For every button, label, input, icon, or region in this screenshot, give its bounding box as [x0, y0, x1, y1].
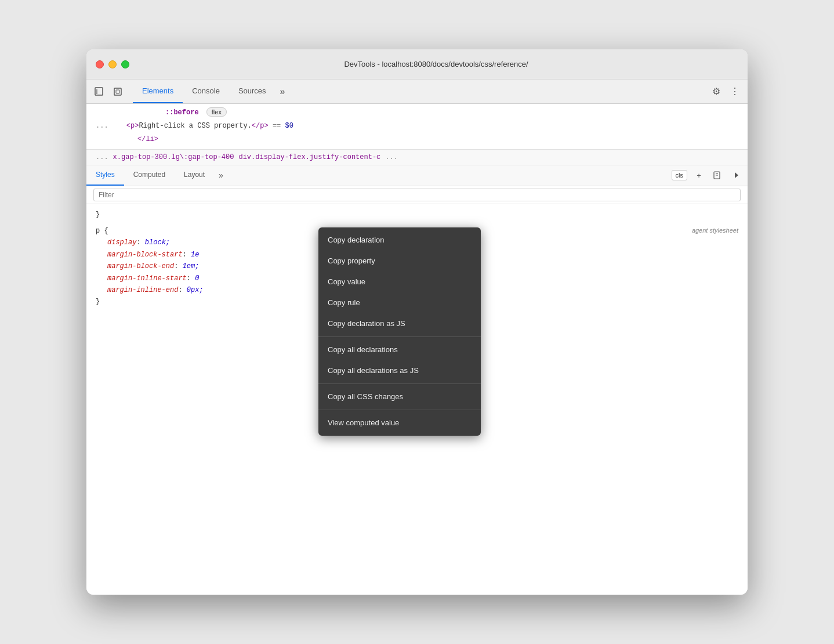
more-tabs-button[interactable]: »: [275, 79, 290, 103]
svg-marker-6: [735, 172, 738, 178]
dom-open-p-tag: <p>: [126, 122, 139, 130]
window-title: DevTools - localhost:8080/docs/devtools/…: [134, 60, 738, 68]
pseudo-before-label: ::before: [165, 108, 199, 117]
flex-badge[interactable]: flex: [206, 107, 227, 117]
close-button[interactable]: [96, 60, 104, 68]
filter-input[interactable]: [93, 189, 741, 201]
dom-li-close-line: </li>: [86, 133, 748, 146]
add-style-button[interactable]: +: [692, 168, 706, 182]
breadcrumb-ellipsis-2: ...: [385, 153, 398, 161]
context-menu-divider-2: [318, 383, 481, 384]
context-menu-item-copy-all-declarations-js[interactable]: Copy all declarations as JS: [318, 360, 481, 381]
cls-button[interactable]: cls: [672, 170, 687, 180]
styles-more-tabs[interactable]: »: [214, 165, 228, 186]
css-selector-p: p {: [96, 227, 108, 235]
layout-button[interactable]: [729, 168, 743, 182]
context-menu-item-copy-value[interactable]: Copy value: [318, 272, 481, 292]
breadcrumb-ellipsis: ...: [96, 153, 108, 161]
titlebar: DevTools - localhost:8080/docs/devtools/…: [86, 49, 748, 79]
css-content-area: } p { agent stylesheet display: block; m…: [86, 204, 748, 595]
devtools-toolbar: Elements Console Sources » ⚙ ⋮: [86, 79, 748, 104]
tab-sources[interactable]: Sources: [229, 79, 275, 103]
css-value-mis: 0: [195, 274, 199, 283]
breadcrumb: ... x.gap-top-300.lg\:gap-top-400 div.di…: [86, 150, 748, 165]
svg-rect-2: [116, 90, 119, 93]
css-value-mie: 0px;: [187, 286, 204, 294]
context-menu-item-copy-declaration[interactable]: Copy declaration: [318, 230, 481, 251]
styles-panel: Styles Computed Layout » cls +: [86, 165, 748, 595]
dom-close-p-tag: </p>: [252, 122, 269, 130]
context-menu-item-copy-rule[interactable]: Copy rule: [318, 292, 481, 313]
css-block-empty: }: [96, 209, 738, 220]
css-property-mbe[interactable]: margin-block-end: [107, 262, 174, 270]
context-menu-item-copy-all-declarations[interactable]: Copy all declarations: [318, 339, 481, 360]
dom-before-line: ::before flex: [86, 106, 748, 120]
css-property-mbs[interactable]: margin-block-start: [107, 251, 183, 259]
devtools-panel: Elements Console Sources » ⚙ ⋮ ::before …: [86, 79, 748, 595]
settings-icon[interactable]: ⚙: [708, 84, 724, 100]
minimize-button[interactable]: [108, 60, 117, 68]
context-menu-item-copy-all-css[interactable]: Copy all CSS changes: [318, 386, 481, 407]
tab-console[interactable]: Console: [183, 79, 229, 103]
css-property-display[interactable]: display: [107, 238, 136, 247]
paint-button[interactable]: [710, 168, 724, 182]
dom-text-content: Right-click a CSS property.: [139, 122, 251, 130]
agent-stylesheet-label: agent stylesheet: [692, 225, 738, 236]
cursor-icon[interactable]: [91, 84, 107, 100]
tab-elements[interactable]: Elements: [133, 79, 183, 103]
context-menu: Copy declaration Copy property Copy valu…: [318, 227, 481, 436]
styles-tab-list: Styles Computed Layout » cls +: [86, 165, 748, 186]
context-menu-item-view-computed[interactable]: View computed value: [318, 413, 481, 433]
context-menu-divider-1: [318, 337, 481, 337]
devtools-window: DevTools - localhost:8080/docs/devtools/…: [86, 49, 748, 595]
tab-computed[interactable]: Computed: [124, 165, 175, 186]
css-property-mie[interactable]: margin-inline-end: [107, 286, 178, 294]
dom-ellipsis-1: ...: [96, 122, 108, 130]
devtools-tab-list: Elements Console Sources »: [133, 79, 708, 103]
breadcrumb-item-1[interactable]: x.gap-top-300.lg\:gap-top-400: [113, 153, 234, 161]
dom-inspector: ::before flex ... <p>Right-click a CSS p…: [86, 104, 748, 150]
toolbar-icon-group: [91, 84, 126, 100]
context-menu-item-copy-declaration-js[interactable]: Copy declaration as JS: [318, 313, 481, 334]
css-value-display: block;: [145, 238, 170, 247]
tab-layout[interactable]: Layout: [175, 165, 214, 186]
svg-rect-0: [95, 88, 103, 95]
dom-p-line: ... <p>Right-click a CSS property.</p> =…: [86, 120, 748, 133]
maximize-button[interactable]: [121, 60, 129, 68]
css-value-mbs: 1e: [191, 251, 199, 259]
svg-rect-1: [114, 88, 121, 95]
tab-styles[interactable]: Styles: [86, 165, 124, 186]
styles-filter-bar: [86, 186, 748, 204]
css-value-mbe: 1em;: [183, 262, 200, 270]
menu-icon[interactable]: ⋮: [727, 84, 743, 100]
inspect-icon[interactable]: [110, 84, 126, 100]
traffic-lights: [96, 60, 129, 68]
context-menu-item-copy-property[interactable]: Copy property: [318, 251, 481, 272]
breadcrumb-item-2[interactable]: div.display-flex.justify-content-c: [238, 153, 380, 161]
css-property-mis[interactable]: margin-inline-start: [107, 274, 187, 283]
context-menu-divider-3: [318, 410, 481, 410]
toolbar-right-actions: ⚙ ⋮: [708, 84, 743, 100]
